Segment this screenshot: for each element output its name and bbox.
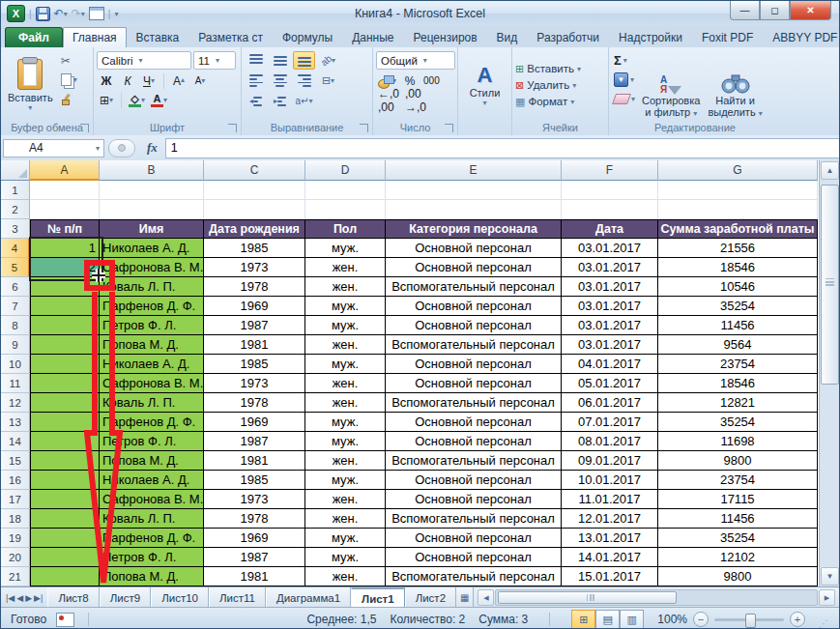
- row-header-19[interactable]: 19: [1, 529, 30, 548]
- sort-filter-button[interactable]: АЯ Сортировка и фильтр ▾: [639, 50, 703, 120]
- cell-E6[interactable]: Вспомогательный персонал: [386, 277, 562, 297]
- find-select-button[interactable]: Найти и выделить ▾: [705, 50, 765, 120]
- cell-B18[interactable]: Коваль Л. П.: [100, 509, 204, 529]
- cell-B10[interactable]: Николаев А. Д.: [100, 355, 204, 374]
- ribbon-tab-Вставка[interactable]: Вставка: [127, 27, 189, 47]
- cell-C5[interactable]: 1973: [204, 258, 305, 277]
- cell-B13[interactable]: Парфенов Д. Ф.: [100, 413, 204, 432]
- cell-D10[interactable]: муж.: [305, 355, 386, 374]
- row-header-20[interactable]: 20: [1, 548, 30, 567]
- cell-G7[interactable]: 35254: [658, 297, 818, 316]
- cell-C14[interactable]: 1987: [204, 432, 305, 451]
- cell-F10[interactable]: 04.01.2017: [562, 355, 658, 374]
- cell-F21[interactable]: 15.01.2017: [562, 567, 658, 586]
- cell-G2[interactable]: [658, 200, 818, 219]
- cell-G19[interactable]: 35254: [658, 529, 818, 548]
- cell-B14[interactable]: Петров Ф. Л.: [100, 432, 204, 451]
- cell-B16[interactable]: Николаев А. Д.: [100, 471, 204, 490]
- row-header-6[interactable]: 6: [1, 277, 30, 297]
- ribbon-tab-ABBYY PDF T[interactable]: ABBYY PDF T: [763, 27, 840, 47]
- format-painter-button[interactable]: [59, 91, 79, 107]
- cell-A2[interactable]: [30, 200, 100, 219]
- ribbon-tab-Файл[interactable]: Файл: [5, 27, 63, 47]
- cell-E11[interactable]: Основной персонал: [386, 374, 562, 393]
- cell-B15[interactable]: Попова М. Д.: [100, 451, 204, 471]
- cell-A10[interactable]: [30, 355, 100, 374]
- cell-D7[interactable]: муж.: [305, 297, 386, 316]
- cell-C10[interactable]: 1985: [204, 355, 305, 374]
- cell-F1[interactable]: [562, 181, 658, 200]
- scroll-up-icon[interactable]: ▲: [821, 161, 839, 180]
- close-button[interactable]: ✕: [790, 1, 831, 20]
- cell-B21[interactable]: Попова М. Д.: [100, 567, 204, 586]
- insert-worksheet-tab[interactable]: ▦: [456, 587, 474, 608]
- cell-A14[interactable]: [30, 432, 100, 451]
- merge-center-button[interactable]: ⊟▾: [317, 71, 339, 90]
- row-header-8[interactable]: 8: [1, 316, 30, 335]
- cell-C13[interactable]: 1969: [204, 413, 305, 432]
- zoom-level[interactable]: 100%: [657, 613, 687, 626]
- sheet-tab-Диаграмма1[interactable]: Диаграмма1: [266, 587, 351, 608]
- insert-function-button[interactable]: fx: [139, 140, 165, 156]
- row-header-13[interactable]: 13: [1, 413, 30, 432]
- column-header-G[interactable]: G: [658, 160, 818, 181]
- minimize-button[interactable]: —: [730, 1, 760, 20]
- cell-G20[interactable]: 12102: [658, 548, 818, 567]
- cell-C12[interactable]: 1978: [204, 393, 305, 413]
- cell-E16[interactable]: Основной персонал: [386, 471, 562, 490]
- table-tool-icon[interactable]: [89, 7, 104, 20]
- align-center-button[interactable]: [269, 71, 291, 90]
- cell-D16[interactable]: муж.: [305, 471, 386, 490]
- cell-F17[interactable]: 11.01.2017: [562, 490, 658, 509]
- cell-D19[interactable]: муж.: [305, 529, 386, 548]
- formula-bar-collapse[interactable]: [108, 139, 135, 157]
- cell-C17[interactable]: 1973: [204, 490, 305, 509]
- column-header-A[interactable]: A: [30, 160, 100, 181]
- cell-B7[interactable]: Парфенов Д. Ф.: [100, 297, 204, 316]
- ribbon-tab-Формулы[interactable]: Формулы: [273, 27, 342, 47]
- cell-E1[interactable]: [386, 181, 562, 200]
- cell-A1[interactable]: [30, 181, 100, 200]
- grow-font-button[interactable]: А▾: [169, 72, 188, 89]
- cell-A12[interactable]: [30, 393, 100, 413]
- ribbon-tab-Разметка ст[interactable]: Разметка ст: [188, 27, 273, 47]
- cell-B3[interactable]: Имя: [100, 219, 204, 239]
- fill-button[interactable]: ▼▾: [612, 71, 637, 88]
- cell-F4[interactable]: 03.01.2017: [562, 239, 658, 258]
- cell-C16[interactable]: 1985: [204, 471, 305, 490]
- cell-E9[interactable]: Вспомогательный персонал: [386, 335, 562, 355]
- cell-C7[interactable]: 1969: [204, 297, 305, 316]
- cell-A19[interactable]: [30, 529, 100, 548]
- insert-cells-button[interactable]: ⊞Вставить▾: [515, 63, 581, 75]
- cell-E19[interactable]: Основной персонал: [386, 529, 562, 548]
- prev-sheet-icon[interactable]: ◀: [16, 593, 23, 603]
- macro-record-icon[interactable]: [56, 613, 74, 627]
- cell-D1[interactable]: [305, 181, 386, 200]
- row-header-2[interactable]: 2: [1, 200, 30, 219]
- cell-A17[interactable]: [30, 490, 100, 509]
- autosum-button[interactable]: Σ▾: [612, 52, 637, 69]
- vertical-scroll-track[interactable]: [820, 181, 840, 566]
- cell-B20[interactable]: Петров Ф. Л.: [100, 548, 204, 567]
- italic-button[interactable]: К: [118, 72, 137, 89]
- cell-D2[interactable]: [305, 200, 386, 219]
- cell-B19[interactable]: Парфенов Д. Ф.: [100, 529, 204, 548]
- zoom-in-button[interactable]: +: [790, 612, 805, 627]
- cell-E3[interactable]: Категория персонала: [386, 219, 562, 239]
- cell-G13[interactable]: 35254: [658, 413, 818, 432]
- cell-D18[interactable]: жен.: [305, 509, 386, 529]
- cell-A20[interactable]: [30, 548, 100, 567]
- horizontal-scroll-thumb[interactable]: [498, 591, 676, 604]
- cell-A21[interactable]: [30, 567, 100, 586]
- format-cells-button[interactable]: ▦Формат▾: [515, 96, 581, 108]
- column-header-F[interactable]: F: [562, 160, 658, 181]
- cell-C2[interactable]: [204, 200, 305, 219]
- cell-E7[interactable]: Основной персонал: [386, 297, 562, 316]
- styles-button[interactable]: A Стили ▾: [464, 62, 507, 109]
- cell-A8[interactable]: [30, 316, 100, 335]
- normal-view-button[interactable]: ⊞: [571, 610, 595, 629]
- cell-C21[interactable]: 1981: [204, 567, 305, 586]
- cell-F19[interactable]: 13.01.2017: [562, 529, 658, 548]
- sheet-tab-Лист1[interactable]: Лист1: [351, 587, 405, 608]
- dialog-launcher-icon[interactable]: [228, 124, 237, 132]
